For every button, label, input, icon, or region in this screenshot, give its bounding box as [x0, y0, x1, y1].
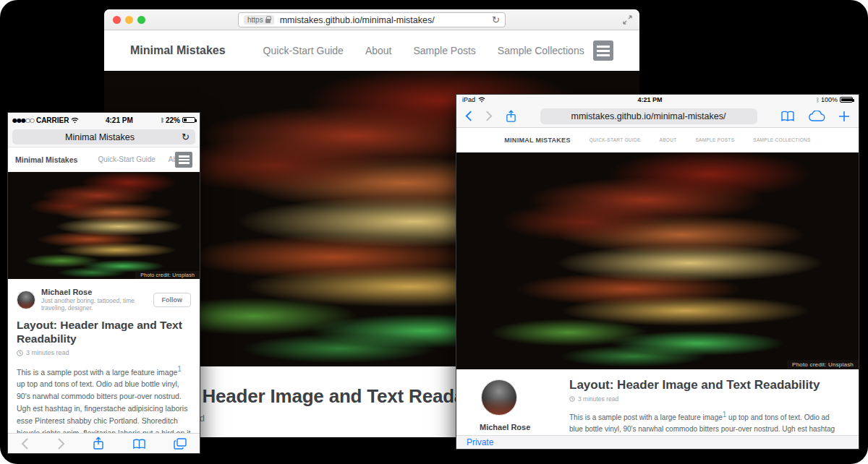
- ipad-brand-link[interactable]: MINIMAL MISTAKES: [504, 137, 570, 144]
- ipad-author-sidebar: Michael Rose Just another boring, tattoo…: [480, 378, 552, 435]
- ipad-nav-collections[interactable]: SAMPLE COLLECTIONS: [753, 137, 810, 142]
- iphone-url-row: Minimal Mistakes ↻: [8, 127, 200, 147]
- ipad-article-main: Layout: Header Image and Text Readabilit…: [569, 378, 844, 435]
- iphone-paragraph-text-cont: up top and tons of text. Odio ad blue bo…: [17, 379, 190, 433]
- desktop-nav-posts[interactable]: Sample Posts: [413, 45, 475, 56]
- tabs-icon[interactable]: [174, 438, 187, 450]
- ipad-article-title: Layout: Header Image and Text Readabilit…: [569, 378, 844, 392]
- composite-background: https mmistakes.github.io/minimal-mistak…: [0, 0, 868, 464]
- icloud-tabs-icon[interactable]: [808, 111, 825, 122]
- ipad-nav-posts[interactable]: SAMPLE POSTS: [695, 137, 734, 142]
- private-browsing-button[interactable]: Private: [467, 437, 493, 447]
- bluetooth-icon: ᛒ: [816, 97, 820, 103]
- author-name: Michael Rose: [480, 423, 552, 431]
- wifi-icon: [71, 117, 79, 124]
- carrier-label: CARRIER: [36, 116, 69, 124]
- desktop-hamburger-menu-icon[interactable]: [593, 40, 613, 61]
- author-avatar: [481, 379, 517, 416]
- battery-icon: [182, 117, 195, 123]
- forward-icon[interactable]: [485, 111, 493, 121]
- desktop-brand-link[interactable]: Minimal Mistakes: [130, 44, 226, 57]
- iphone-article-meta: 3 minutes read: [17, 349, 191, 356]
- ipad-safari-window: iPad 4:21 PM ᛒ 100% mmistak: [456, 94, 859, 450]
- iphone-status-bar: ●●●○○ CARRIER 4:21 PM ᛒ 22%: [8, 113, 200, 127]
- iphone-battery-percent: 22%: [166, 116, 180, 124]
- clock-icon: [17, 350, 23, 356]
- iphone-safari-window: ●●●○○ CARRIER 4:21 PM ᛒ 22% Minimal Mist…: [7, 112, 200, 454]
- ipad-status-bar: iPad 4:21 PM ᛒ 100%: [456, 95, 859, 105]
- refresh-icon[interactable]: ↻: [492, 15, 500, 25]
- author-name: Michael Rose: [41, 288, 148, 296]
- https-label: https: [247, 16, 263, 24]
- ipad-nav-about[interactable]: ABOUT: [660, 137, 677, 142]
- iphone-hamburger-menu-icon[interactable]: [175, 152, 192, 168]
- lock-icon: [265, 19, 271, 23]
- zoom-window-button[interactable]: [137, 16, 145, 24]
- minimize-window-button[interactable]: [125, 16, 133, 24]
- desktop-site-nav: Minimal Mistakes Quick-Start Guide About…: [104, 30, 639, 71]
- ipad-header-image: Photo credit: Unsplash: [456, 152, 859, 369]
- ipad-toolbar: mmistakes.github.io/minimal-mistakes/: [456, 105, 859, 128]
- author-row: Michael Rose Just another boring, tattoo…: [17, 288, 191, 312]
- ipad-article-meta: 3 minutes read: [569, 395, 844, 403]
- signal-dots-icon: ●●●○○: [12, 117, 34, 124]
- iphone-article-body: This is a sample post with a large featu…: [17, 364, 191, 433]
- iphone-article-title: Layout: Header Image and Text Readabilit…: [17, 319, 191, 345]
- follow-button[interactable]: Follow: [153, 293, 192, 307]
- iphone-header-image: Photo credit: Unsplash: [8, 172, 200, 279]
- bookmarks-icon[interactable]: [780, 110, 795, 122]
- close-window-button[interactable]: [113, 16, 121, 24]
- bluetooth-icon: ᛒ: [161, 117, 164, 124]
- ipad-battery-percent: 100%: [821, 96, 838, 103]
- ipad-time: 4:21 PM: [485, 96, 814, 103]
- ipad-site-nav: MINIMAL MISTAKES QUICK-START GUIDE ABOUT…: [456, 128, 859, 152]
- iphone-article: Michael Rose Just another boring, tattoo…: [8, 279, 200, 433]
- battery-icon: [840, 97, 853, 103]
- ipad-device-label: iPad: [462, 96, 475, 103]
- iphone-address-bar[interactable]: Minimal Mistakes ↻: [12, 129, 195, 145]
- clock-icon: [569, 396, 575, 402]
- iphone-time: 4:21 PM: [79, 116, 159, 124]
- share-icon[interactable]: [93, 437, 104, 450]
- desktop-titlebar: https mmistakes.github.io/minimal-mistak…: [104, 9, 639, 30]
- desktop-address-bar[interactable]: https mmistakes.github.io/minimal-mistak…: [238, 12, 506, 27]
- ipad-paragraph-text: This is a sample post with a large featu…: [569, 413, 723, 421]
- author-text: Michael Rose Just another boring, tattoo…: [41, 288, 148, 312]
- desktop-nav-about[interactable]: About: [365, 45, 392, 56]
- iphone-site-nav: Minimal Mistakes Quick-Start Guide About: [8, 147, 200, 172]
- desktop-nav-quickstart[interactable]: Quick-Start Guide: [263, 45, 344, 56]
- desktop-url-text[interactable]: mmistakes.github.io/minimal-mistakes/: [280, 15, 492, 25]
- wifi-icon: [478, 97, 485, 103]
- ipad-read-time: 3 minutes read: [578, 395, 618, 403]
- ipad-article-body: This is a sample post with a large featu…: [569, 409, 844, 435]
- iphone-refresh-icon[interactable]: ↻: [182, 132, 190, 142]
- back-icon[interactable]: [465, 111, 472, 121]
- iphone-paragraph-text: This is a sample post with a large featu…: [17, 368, 177, 377]
- bookmarks-icon[interactable]: [132, 438, 146, 450]
- share-icon[interactable]: [506, 110, 516, 123]
- back-icon[interactable]: [21, 438, 29, 450]
- iphone-brand-link[interactable]: Minimal Mistakes: [15, 155, 77, 164]
- photo-credit-label: Photo credit: Unsplash: [787, 360, 859, 369]
- forward-icon[interactable]: [57, 438, 65, 450]
- new-tab-icon[interactable]: [838, 111, 850, 122]
- iphone-page-title: Minimal Mistakes: [18, 132, 182, 142]
- iphone-nav-quickstart[interactable]: Quick-Start Guide: [98, 155, 155, 163]
- ipad-private-bar: Private: [456, 435, 859, 449]
- fullscreen-icon[interactable]: [623, 15, 632, 25]
- ipad-address-bar[interactable]: mmistakes.github.io/minimal-mistakes/: [540, 108, 757, 124]
- author-avatar: [17, 291, 35, 309]
- iphone-read-time: 3 minutes read: [26, 349, 69, 356]
- iphone-bottom-toolbar: [8, 433, 200, 453]
- ipad-article: Michael Rose Just another boring, tattoo…: [456, 369, 859, 435]
- ipad-nav-quickstart[interactable]: QUICK-START GUIDE: [590, 137, 641, 142]
- desktop-nav-collections[interactable]: Sample Collections: [498, 45, 584, 56]
- https-badge: https: [244, 15, 274, 25]
- photo-credit-label: Photo credit: Unsplash: [135, 271, 200, 279]
- footnote-link[interactable]: 1: [177, 365, 182, 373]
- author-bio: Just another boring, tattooed, time trav…: [41, 297, 148, 312]
